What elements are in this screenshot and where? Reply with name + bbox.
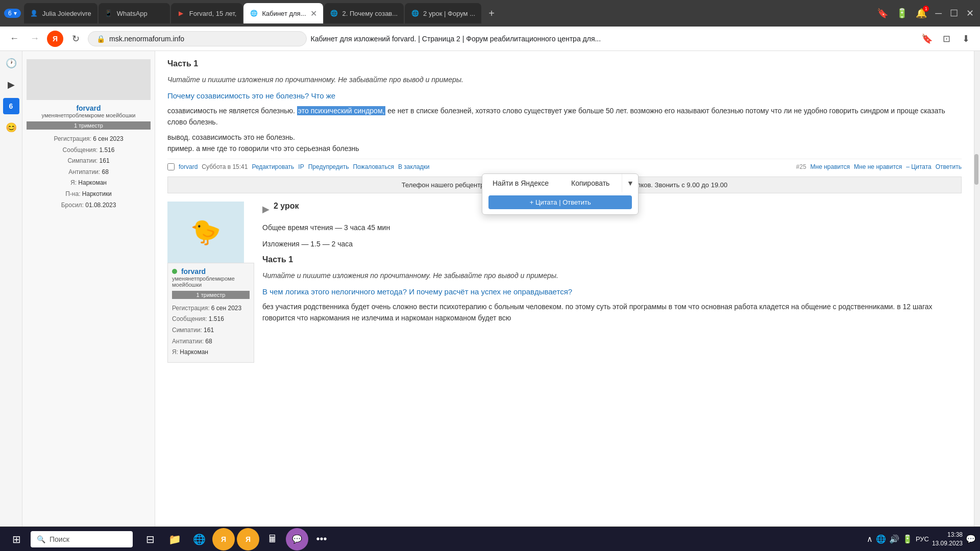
content-area: 🕐 ▶ 6 😊 forvard уменянетпроблемкроме мое… [0,51,980,527]
tab-favicon-forvard: ▶ [177,9,185,17]
search-icon: 🔍 [37,535,45,543]
play-icon[interactable]: ▶ [3,77,19,93]
number-icon[interactable]: 6 [3,98,19,114]
online-indicator [172,269,177,274]
sidebar-icons: 🕐 ▶ 6 😊 [0,51,22,527]
post1-like[interactable]: Мне нравится [811,163,850,170]
start-button[interactable]: ⊞ [4,527,29,552]
taskview-app[interactable]: ⊟ [139,528,161,550]
post2-question-link[interactable]: В чем логика этого нелогичного метода? И… [262,287,572,296]
share-icon[interactable]: ⊡ [938,31,954,47]
scrollbar[interactable] [974,51,980,527]
expand-context-button[interactable]: ▼ [622,174,638,192]
tab-title-whatsapp: WhatsApp [117,10,164,17]
post1-action-ip[interactable]: IP [298,163,304,170]
post1-action-report[interactable]: Пожаловаться [353,163,394,170]
post1-instruction: Читайте и пишите изложения по прочитанно… [167,74,962,85]
post1-author[interactable]: forvard [179,163,198,170]
tab-title-cabinet: Кабинет для... [262,10,306,17]
post1-action-edit[interactable]: Редактировать [252,163,294,170]
sidebar-username[interactable]: forvard [27,104,151,112]
page-title: Кабинет для изложений forvard. | Страниц… [311,35,915,43]
calculator-app[interactable]: 🖩 [261,528,284,550]
post1-action-bookmark[interactable]: В закладки [398,163,430,170]
context-menu-cite-row: + Цитата | Ответить [482,192,638,214]
close-button[interactable]: ✕ [964,6,976,21]
sidebar: forvard уменянетпроблемкроме моейбошки 1… [22,51,155,527]
tab-urok[interactable]: 🌐 2 урок | Форум ... [405,3,481,23]
tab-favicon-whatsapp: 📱 [105,9,113,17]
tab-cabinet[interactable]: 🌐 Кабинет для... ✕ [243,3,323,23]
dots-app[interactable]: ••• [310,528,333,550]
tab-favicon-urok: 🌐 [411,9,419,17]
post2-lesson: 2 урок [274,202,299,211]
cite-answer-button[interactable]: + Цитата | Ответить [488,195,632,209]
bookmark-toolbar-icon[interactable]: 🔖 [919,31,935,47]
post1-action-warn[interactable]: Предупредить [308,163,349,170]
download-icon[interactable]: ⬇ [958,31,974,47]
post1-question-link[interactable]: Почему созависимость это не болезнь? Что… [167,91,335,100]
bookmark-icon[interactable]: 🔖 [875,6,890,21]
tray-clock[interactable]: 13:38 13.09.2023 [932,531,963,548]
address-text[interactable]: msk.nenormaforum.info [109,35,298,43]
post2-row: 🐤 forvard уменянетпроблемкроме моейбошки… [167,202,962,363]
tab-group[interactable]: 6 ▾ [4,9,21,18]
new-tab-button[interactable]: + [482,4,501,22]
maximize-button[interactable]: ☐ [948,6,960,21]
reload-button[interactable]: ↻ [67,31,84,47]
post2-badge: 1 триместр [172,291,250,299]
post1-footer: forvard Суббота в 15:41 Редактировать IP… [167,159,962,170]
tab-title-urok: 2 урок | Форум ... [423,10,475,17]
tab-title-julia: Julia Joiedevivre [42,10,91,17]
notification-icon[interactable]: 🔔 1 [914,6,929,21]
speaker-icon[interactable]: 🔊 [889,534,899,544]
taskbar-tray: ∧ 🌐 🔊 🔋 РУС 13:38 13.09.2023 💬 [867,531,976,548]
yandex-app2[interactable]: Я [237,528,259,550]
yandex-icon[interactable]: Я [47,31,63,47]
lock-icon: 🔒 [96,35,105,43]
post2-arrow: ▶ [262,204,270,215]
back-button[interactable]: ← [6,31,22,47]
post1-checkbox[interactable] [167,163,175,170]
tab-title-pochemu: 2. Почему созав... [342,10,398,17]
tab-whatsapp[interactable]: 📱 WhatsApp [99,3,170,23]
taskbar-search[interactable]: 🔍 Поиск [31,531,133,547]
post2-username[interactable]: forvard [181,267,206,276]
edge-app[interactable]: 🌐 [188,528,210,550]
copy-button[interactable]: Копировать [561,174,620,192]
tab-actions: 🔖 🔋 🔔 1 ─ ☐ ✕ [875,6,976,21]
forward-button[interactable]: → [27,31,43,47]
post1-number: #25 [796,163,806,170]
history-icon[interactable]: 🕐 [3,55,19,71]
network-icon[interactable]: 🌐 [876,534,886,544]
scrollbar-thumb[interactable] [974,154,978,185]
battery-icon: 🔋 [894,6,910,21]
minimize-button[interactable]: ─ [933,6,944,21]
address-input[interactable]: 🔒 msk.nenormaforum.info [88,31,307,46]
post1-dislike[interactable]: Мне не нравится [854,163,902,170]
post1-body: созависимость не является болезнью. это … [167,105,962,128]
sidebar-subtitle: уменянетпроблемкроме моейбошки [27,112,151,118]
tab-pochemu[interactable]: 🌐 2. Почему созав... [324,3,404,23]
post1-cite[interactable]: – Цитата [906,163,931,170]
language-indicator[interactable]: РУС [916,535,929,543]
battery-tray-icon[interactable]: 🔋 [902,534,913,544]
notification-tray-icon[interactable]: 💬 [966,534,976,544]
post2-subtitle: уменянетпроблемкроме моейбошки [172,276,250,288]
search-yandex-button[interactable]: Найти в Яндексе [482,174,559,192]
context-menu-row1: Найти в Яндексе Копировать ▼ [482,174,638,192]
post2-content: ▶ 2 урок Общее время чтения — 3 часа 45 … [262,202,962,363]
up-arrow-tray[interactable]: ∧ [867,534,873,544]
post1-time: Суббота в 15:41 [202,163,248,170]
tab-forvard[interactable]: ▶ Forvard, 15 лет, [171,3,243,23]
messenger-app[interactable]: 💬 [286,528,308,550]
context-menu: Найти в Яндексе Копировать ▼ + Цитата | … [482,173,639,215]
tab-close-cabinet[interactable]: ✕ [310,9,317,18]
explorer-app[interactable]: 📁 [163,528,186,550]
yandex-app[interactable]: Я [212,528,235,550]
emoji-icon[interactable]: 😊 [3,119,19,136]
tab-julia[interactable]: 👤 Julia Joiedevivre [24,3,97,23]
post1-reply[interactable]: Ответить [936,163,962,170]
post1-example: пример. а мне где то говорили что это се… [167,144,962,153]
post2-stats: Регистрация: 6 сен 2023 Сообщения: 1.516… [172,303,250,358]
